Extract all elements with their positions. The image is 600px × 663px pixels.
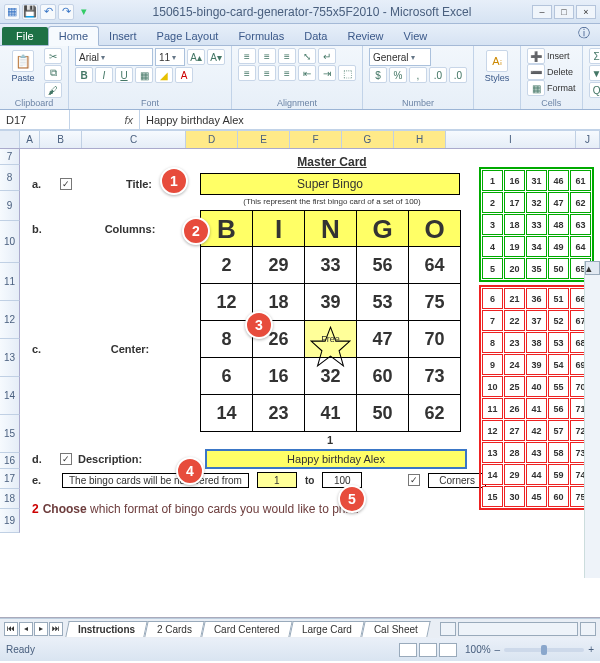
sheet-tab-2-cards[interactable]: 2 Cards: [145, 621, 205, 637]
select-all-corner[interactable]: [0, 131, 20, 148]
bingo-cell[interactable]: 29: [252, 246, 305, 284]
bingo-cell[interactable]: 64: [408, 246, 461, 284]
percent-icon[interactable]: %: [389, 67, 407, 83]
border-icon[interactable]: ▦: [135, 67, 153, 83]
font-size-select[interactable]: 11▾: [155, 48, 185, 66]
vertical-scrollbar[interactable]: ▴: [584, 261, 600, 578]
title-checkbox[interactable]: ✓: [60, 178, 72, 190]
font-name-select[interactable]: Arial▾: [75, 48, 153, 66]
row-11[interactable]: 11: [0, 263, 20, 301]
paste-button[interactable]: 📋 Paste: [6, 48, 40, 92]
bingo-cell[interactable]: 12: [200, 283, 253, 321]
maximize-button[interactable]: □: [554, 5, 574, 19]
bingo-cell[interactable]: 70: [408, 320, 461, 358]
format-cells-icon[interactable]: ▦: [527, 80, 545, 96]
bold-icon[interactable]: B: [75, 67, 93, 83]
hscroll-left-icon[interactable]: [440, 622, 456, 636]
tab-view[interactable]: View: [394, 27, 438, 45]
bingo-col-O[interactable]: O: [408, 210, 461, 248]
tab-insert[interactable]: Insert: [99, 27, 147, 45]
sheet-nav-last-icon[interactable]: ⏭: [49, 622, 63, 636]
tab-page-layout[interactable]: Page Layout: [147, 27, 229, 45]
minimize-button[interactable]: –: [532, 5, 552, 19]
bingo-cell[interactable]: Free: [304, 320, 357, 358]
format-painter-icon[interactable]: 🖌: [44, 82, 62, 98]
bingo-cell[interactable]: 14: [200, 394, 253, 432]
bingo-cell[interactable]: 53: [356, 283, 409, 321]
fx-label[interactable]: fx: [70, 110, 140, 129]
wrap-text-icon[interactable]: ↵: [318, 48, 336, 64]
row-18[interactable]: 18: [0, 489, 20, 509]
cut-icon[interactable]: ✂: [44, 48, 62, 64]
row-17[interactable]: 17: [0, 469, 20, 489]
undo-icon[interactable]: ↶: [40, 4, 56, 20]
formula-input[interactable]: Happy birthday Alex: [140, 110, 600, 129]
col-H[interactable]: H: [394, 131, 446, 148]
comma-icon[interactable]: ,: [409, 67, 427, 83]
sheet-tab-large-card[interactable]: Large Card: [289, 621, 364, 637]
bingo-cell[interactable]: 75: [408, 283, 461, 321]
merge-icon[interactable]: ⬚: [338, 65, 356, 81]
help-icon[interactable]: ⓘ: [568, 22, 600, 45]
sheet-nav-prev-icon[interactable]: ◂: [19, 622, 33, 636]
bingo-cell[interactable]: 16: [252, 357, 305, 395]
view-pagelayout-icon[interactable]: [419, 643, 437, 657]
number-format-select[interactable]: General▾: [369, 48, 431, 66]
underline-icon[interactable]: U: [115, 67, 133, 83]
col-C[interactable]: C: [82, 131, 186, 148]
decrease-indent-icon[interactable]: ⇤: [298, 65, 316, 81]
bingo-cell[interactable]: 41: [304, 394, 357, 432]
sheet-tab-cal-sheet[interactable]: Cal Sheet: [361, 621, 430, 637]
bingo-cell[interactable]: 50: [356, 394, 409, 432]
align-top-icon[interactable]: ≡: [238, 48, 256, 64]
sheet-tab-instructions[interactable]: Instructions: [65, 621, 148, 637]
row-16[interactable]: 16: [0, 453, 20, 469]
bingo-cell[interactable]: 62: [408, 394, 461, 432]
currency-icon[interactable]: $: [369, 67, 387, 83]
qat-more-icon[interactable]: ▾: [76, 4, 92, 20]
sheet-nav-next-icon[interactable]: ▸: [34, 622, 48, 636]
col-A[interactable]: A: [20, 131, 40, 148]
align-right-icon[interactable]: ≡: [278, 65, 296, 81]
col-F[interactable]: F: [290, 131, 342, 148]
view-normal-icon[interactable]: [399, 643, 417, 657]
tab-formulas[interactable]: Formulas: [228, 27, 294, 45]
insert-cells-icon[interactable]: ➕: [527, 48, 545, 64]
corners-checkbox[interactable]: ✓: [408, 474, 420, 486]
bingo-cell[interactable]: 23: [252, 394, 305, 432]
orientation-icon[interactable]: ⤡: [298, 48, 316, 64]
fill-color-icon[interactable]: ◢: [155, 67, 173, 83]
close-button[interactable]: ×: [576, 5, 596, 19]
align-left-icon[interactable]: ≡: [238, 65, 256, 81]
sheet-nav-first-icon[interactable]: ⏮: [4, 622, 18, 636]
scroll-up-icon[interactable]: ▴: [585, 261, 600, 275]
zoom-slider[interactable]: [504, 648, 584, 652]
col-I[interactable]: I: [446, 131, 576, 148]
bingo-cell[interactable]: 39: [304, 283, 357, 321]
bingo-grid[interactable]: 2293356641218395375826Free47706163260731…: [200, 247, 461, 432]
italic-icon[interactable]: I: [95, 67, 113, 83]
zoom-control[interactable]: 100% – +: [465, 644, 594, 655]
col-J[interactable]: J: [576, 131, 600, 148]
tab-file[interactable]: File: [2, 27, 48, 45]
range-from-input[interactable]: 1: [257, 472, 297, 488]
row-7[interactable]: 7: [0, 149, 20, 165]
description-input[interactable]: Happy birthday Alex: [206, 450, 466, 468]
tab-data[interactable]: Data: [294, 27, 337, 45]
hscroll-track[interactable]: [458, 622, 578, 636]
bingo-cell[interactable]: 56: [356, 246, 409, 284]
bingo-col-N[interactable]: N: [304, 210, 357, 248]
save-icon[interactable]: 💾: [22, 4, 38, 20]
sheet-tab-card-centered[interactable]: Card Centered: [202, 621, 293, 637]
decrease-font-icon[interactable]: A▾: [207, 49, 225, 65]
clear-icon[interactable]: Q: [589, 82, 600, 98]
increase-decimal-icon[interactable]: .0: [429, 67, 447, 83]
bingo-col-G[interactable]: G: [356, 210, 409, 248]
tab-review[interactable]: Review: [337, 27, 393, 45]
zoom-out-icon[interactable]: –: [495, 644, 501, 655]
view-pagebreak-icon[interactable]: [439, 643, 457, 657]
sheet-content[interactable]: Master Card a. ✓ Title: Super Bingo (Thi…: [20, 149, 600, 617]
row-15[interactable]: 15: [0, 415, 20, 453]
align-center-icon[interactable]: ≡: [258, 65, 276, 81]
row-13[interactable]: 13: [0, 339, 20, 377]
